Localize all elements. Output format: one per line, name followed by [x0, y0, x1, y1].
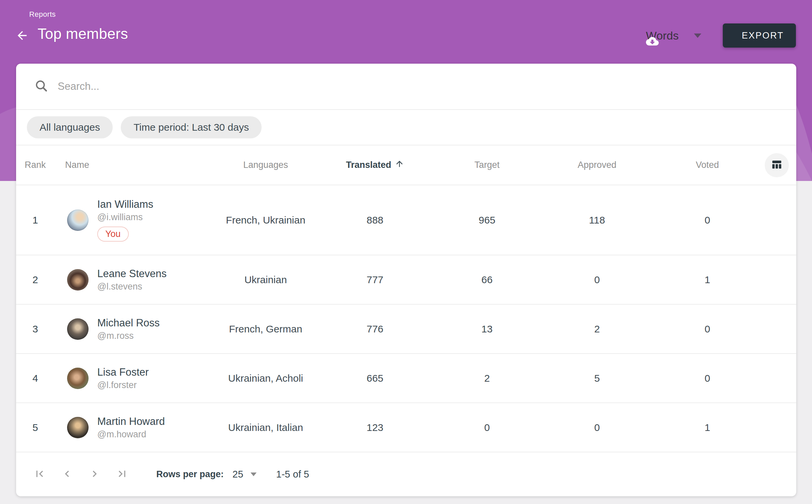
column-settings-button[interactable]	[765, 153, 789, 177]
last-page-button[interactable]	[115, 467, 129, 482]
rows-per-page-value: 25	[232, 469, 243, 480]
member-name: Michael Ross	[97, 317, 160, 329]
translated-value: 776	[313, 323, 437, 335]
breadcrumb[interactable]: Reports	[29, 10, 56, 19]
languages-value: Ukrainian, Acholi	[219, 373, 313, 384]
voted-value: 0	[657, 373, 757, 384]
translated-value: 888	[313, 214, 437, 226]
languages-value: Ukrainian, Italian	[219, 422, 313, 433]
search-bar	[16, 64, 796, 109]
you-badge: You	[97, 227, 129, 242]
column-header-voted[interactable]: Voted	[657, 160, 757, 170]
last-page-icon	[116, 467, 128, 481]
export-button[interactable]: EXPORT	[723, 23, 796, 48]
report-card: All languages Time period: Last 30 days …	[16, 64, 796, 496]
chevron-left-icon	[61, 467, 73, 481]
column-header-languages[interactable]: Languages	[219, 160, 313, 170]
table-row[interactable]: 2 Leane Stevens @l.stevens Ukrainian 777…	[16, 255, 796, 304]
pagination-bar: Rows per page: 25 1-5 of 5	[16, 452, 796, 496]
avatar	[67, 318, 89, 340]
column-header-translated-label: Translated	[346, 160, 391, 170]
next-page-button[interactable]	[87, 467, 102, 482]
rows-per-page-label: Rows per page:	[156, 469, 224, 480]
target-value: 2	[437, 373, 537, 384]
rows-per-page-select[interactable]: 25	[232, 469, 257, 480]
rank-value: 1	[16, 214, 54, 226]
member-name: Martin Howard	[97, 416, 165, 428]
member-name: Lisa Foster	[97, 366, 149, 378]
member-username: @l.forster	[97, 380, 149, 390]
languages-value: Ukrainian	[219, 274, 313, 286]
caret-down-icon	[251, 472, 257, 476]
target-value: 66	[437, 274, 537, 286]
table-row[interactable]: 4 Lisa Foster @l.forster Ukrainian, Acho…	[16, 353, 796, 402]
avatar	[67, 209, 89, 231]
avatar	[67, 269, 89, 291]
chevron-right-icon	[88, 467, 101, 481]
caret-down-icon	[694, 34, 701, 38]
columns-icon	[770, 158, 783, 172]
member-name: Ian Williams	[97, 198, 153, 210]
column-header-translated[interactable]: Translated	[313, 159, 437, 171]
approved-value: 0	[537, 422, 657, 433]
voted-value: 1	[657, 422, 757, 433]
avatar	[67, 368, 89, 389]
table-row[interactable]: 3 Michael Ross @m.ross French, German 77…	[16, 304, 796, 353]
rank-value: 5	[16, 422, 54, 433]
filter-bar: All languages Time period: Last 30 days	[16, 109, 796, 145]
previous-page-button[interactable]	[60, 467, 74, 482]
search-input[interactable]	[58, 80, 783, 92]
voted-value: 0	[657, 214, 757, 226]
column-header-target[interactable]: Target	[437, 160, 537, 170]
search-icon	[34, 79, 48, 94]
voted-value: 1	[657, 274, 757, 286]
first-page-button[interactable]	[32, 467, 47, 482]
translated-value: 665	[313, 373, 437, 384]
approved-value: 118	[537, 214, 657, 226]
language-filter-chip[interactable]: All languages	[27, 116, 113, 138]
table-row[interactable]: 1 Ian Williams @i.williams You French, U…	[16, 185, 796, 255]
languages-value: French, German	[219, 323, 313, 335]
export-button-label: EXPORT	[742, 30, 784, 41]
rank-value: 3	[16, 323, 54, 335]
approved-value: 2	[537, 323, 657, 335]
column-header-name[interactable]: Name	[54, 160, 219, 170]
back-button[interactable]	[15, 26, 32, 42]
member-username: @i.williams	[97, 212, 153, 223]
page-title: Top members	[38, 25, 128, 42]
voted-value: 0	[657, 323, 757, 335]
member-username: @l.stevens	[97, 281, 167, 292]
avatar	[67, 417, 89, 438]
rank-value: 4	[16, 373, 54, 384]
time-period-filter-chip[interactable]: Time period: Last 30 days	[121, 116, 262, 138]
table-row[interactable]: 5 Martin Howard @m.howard Ukrainian, Ita…	[16, 402, 796, 452]
column-header-rank[interactable]: Rank	[16, 160, 54, 170]
target-value: 0	[437, 422, 537, 433]
rank-value: 2	[16, 274, 54, 286]
column-header-approved[interactable]: Approved	[537, 160, 657, 170]
translated-value: 777	[313, 274, 437, 286]
approved-value: 5	[537, 373, 657, 384]
languages-value: French, Ukrainian	[219, 214, 313, 226]
translated-value: 123	[313, 422, 437, 433]
member-name: Leane Stevens	[97, 268, 167, 280]
pagination-range: 1-5 of 5	[276, 469, 309, 480]
first-page-icon	[33, 467, 46, 481]
target-value: 965	[437, 214, 537, 226]
table-header-row: Rank Name Languages Translated Target Ap…	[16, 145, 796, 185]
arrow-upward-icon	[395, 159, 404, 171]
approved-value: 0	[537, 274, 657, 286]
member-username: @m.howard	[97, 429, 165, 440]
member-username: @m.ross	[97, 331, 160, 341]
target-value: 13	[437, 323, 537, 335]
